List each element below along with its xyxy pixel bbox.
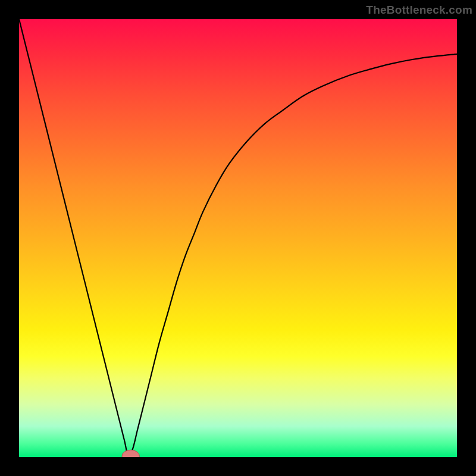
minimum-marker	[122, 450, 139, 457]
curve-line	[19, 19, 457, 457]
chart-frame: TheBottleneck.com	[0, 0, 476, 476]
watermark-text: TheBottleneck.com	[366, 4, 472, 17]
plot-area	[19, 19, 457, 457]
chart-svg	[19, 19, 457, 457]
